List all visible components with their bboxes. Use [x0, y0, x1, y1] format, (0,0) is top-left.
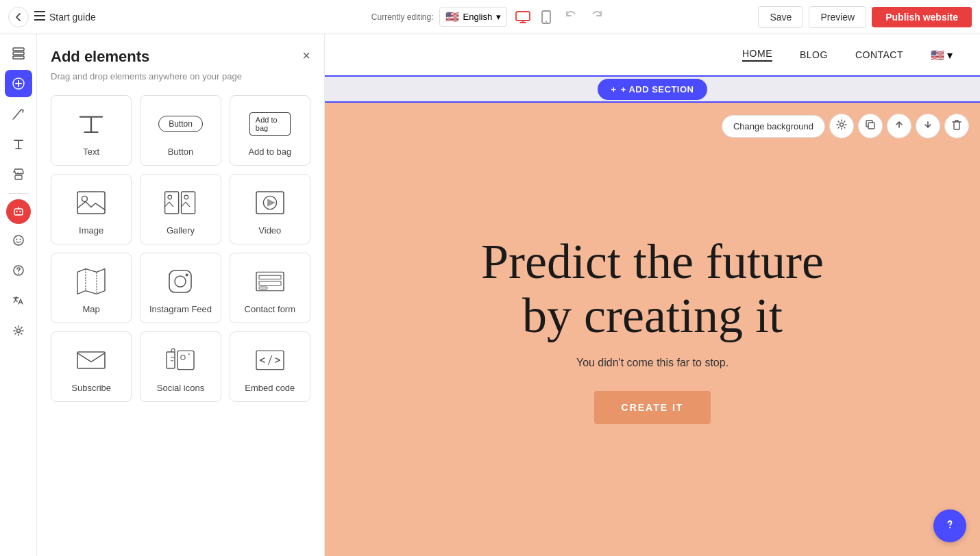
element-embed-code[interactable]: Embed code [230, 331, 310, 402]
hero-cta-button[interactable]: CREATE IT [594, 391, 711, 424]
button-element-icon: Button [160, 107, 201, 141]
contact-form-element-icon [249, 264, 291, 299]
section-settings-button[interactable] [829, 114, 854, 138]
add-section-button[interactable]: + + ADD SECTION [598, 79, 708, 100]
topbar: Start guide Currently editing: 🇺🇸 Englis… [0, 0, 980, 34]
element-instagram[interactable]: Instagram Feed [140, 253, 221, 323]
panel-header: Add elements × [51, 48, 310, 66]
hero-subtitle: You didn't come this far to stop. [576, 357, 728, 369]
change-background-button[interactable]: Change background [722, 115, 825, 138]
plus-icon: + [611, 84, 617, 94]
social-icons-element-icon [160, 343, 201, 377]
instagram-element-icon [160, 264, 201, 299]
language-selector[interactable]: 🇺🇸 English ▾ [439, 7, 508, 27]
hero-section: Change background [325, 103, 980, 556]
element-map[interactable]: Map [51, 253, 132, 323]
add-elements-panel: Add elements × Drag and drop elements an… [37, 34, 325, 556]
gallery-element-icon [160, 186, 201, 220]
nav-item-blog[interactable]: BLOG [800, 49, 828, 60]
svg-marker-27 [77, 269, 105, 294]
sidebar-item-robot[interactable] [6, 199, 31, 224]
start-guide-button[interactable]: Start guide [34, 11, 96, 23]
element-contact-form[interactable]: Contact form [230, 253, 310, 323]
subscribe-element-label: Subscribe [71, 383, 111, 393]
svg-rect-32 [259, 275, 281, 279]
hero-title-line2: by creating it [522, 288, 783, 343]
svg-rect-20 [165, 192, 179, 214]
svg-point-14 [19, 239, 21, 240]
element-button[interactable]: Button Button [140, 95, 221, 166]
desktop-view-button[interactable] [513, 8, 533, 26]
sidebar-item-add[interactable] [5, 70, 32, 97]
language-label: English [463, 12, 493, 22]
social-icons-element-label: Social icons [157, 383, 204, 393]
section-copy-button[interactable] [858, 114, 883, 138]
mobile-view-button[interactable] [539, 8, 554, 27]
element-video[interactable]: Video [230, 174, 310, 244]
settings-icon [836, 119, 847, 133]
sidebar-item-store[interactable] [5, 160, 32, 188]
topbar-center: Currently editing: 🇺🇸 English ▾ [371, 7, 609, 27]
hamburger-icon [34, 11, 45, 23]
svg-rect-8 [14, 209, 23, 215]
section-delete-button[interactable] [944, 114, 969, 138]
arrow-up-icon [894, 120, 904, 132]
preview-button[interactable]: Preview [809, 6, 866, 28]
text-element-icon [71, 107, 112, 141]
element-image[interactable]: Image [51, 174, 132, 244]
text-element-label: Text [83, 147, 99, 157]
sidebar-icons [0, 34, 37, 556]
elements-grid: Text Button Button Add to bag Add to bag [51, 95, 310, 402]
element-social-icons[interactable]: Social icons [140, 331, 221, 402]
element-add-to-bag[interactable]: Add to bag Add to bag [230, 95, 310, 166]
svg-point-41 [840, 123, 844, 127]
svg-rect-34 [259, 287, 267, 289]
undo-button[interactable] [559, 8, 583, 27]
canvas-area: HOME BLOG CONTACT 🇺🇸 ▾ + + ADD SECTION [325, 34, 980, 556]
gallery-element-label: Gallery [167, 225, 195, 236]
svg-rect-22 [182, 192, 195, 214]
panel-close-button[interactable]: × [302, 48, 310, 64]
sidebar-item-settings[interactable] [5, 317, 32, 344]
sidebar-item-text-style[interactable] [5, 130, 32, 157]
element-text[interactable]: Text [51, 95, 132, 166]
panel-title: Add elements [51, 48, 149, 66]
svg-rect-7 [15, 175, 22, 179]
svg-rect-18 [77, 192, 105, 214]
sidebar-item-layers[interactable] [5, 40, 32, 67]
svg-point-9 [16, 211, 17, 212]
chevron-down-icon: ▾ [496, 12, 501, 22]
back-button[interactable] [8, 7, 29, 27]
svg-rect-4 [13, 52, 24, 55]
sidebar-item-smile[interactable] [5, 227, 32, 254]
redo-button[interactable] [585, 8, 609, 27]
sidebar-item-design[interactable] [5, 100, 32, 127]
close-icon: × [302, 48, 310, 63]
svg-rect-33 [259, 281, 281, 286]
nav-item-contact[interactable]: CONTACT [855, 49, 903, 60]
section-move-down-button[interactable] [916, 114, 940, 138]
svg-point-21 [168, 195, 172, 199]
map-element-label: Map [83, 304, 100, 314]
contact-form-element-label: Contact form [245, 304, 295, 314]
svg-point-12 [14, 236, 23, 245]
publish-button[interactable]: Publish website [872, 7, 972, 27]
element-subscribe[interactable]: Subscribe [51, 331, 132, 402]
nav-language[interactable]: 🇺🇸 ▾ [931, 49, 953, 62]
subscribe-element-icon [71, 343, 112, 377]
svg-point-23 [184, 195, 188, 199]
sidebar-item-translate[interactable] [5, 287, 32, 314]
svg-point-30 [186, 273, 188, 276]
section-move-up-button[interactable] [887, 114, 911, 138]
nav-item-home[interactable]: HOME [742, 48, 772, 62]
sidebar-item-help[interactable] [5, 257, 32, 284]
element-gallery[interactable]: Gallery [140, 174, 221, 244]
image-element-icon [71, 186, 112, 220]
help-chat-button[interactable] [933, 509, 966, 542]
copy-icon [865, 119, 876, 133]
save-button[interactable]: Save [758, 6, 803, 28]
device-icons [513, 8, 554, 27]
svg-point-29 [175, 276, 186, 287]
topbar-left: Start guide [8, 7, 363, 27]
svg-point-16 [18, 273, 19, 275]
